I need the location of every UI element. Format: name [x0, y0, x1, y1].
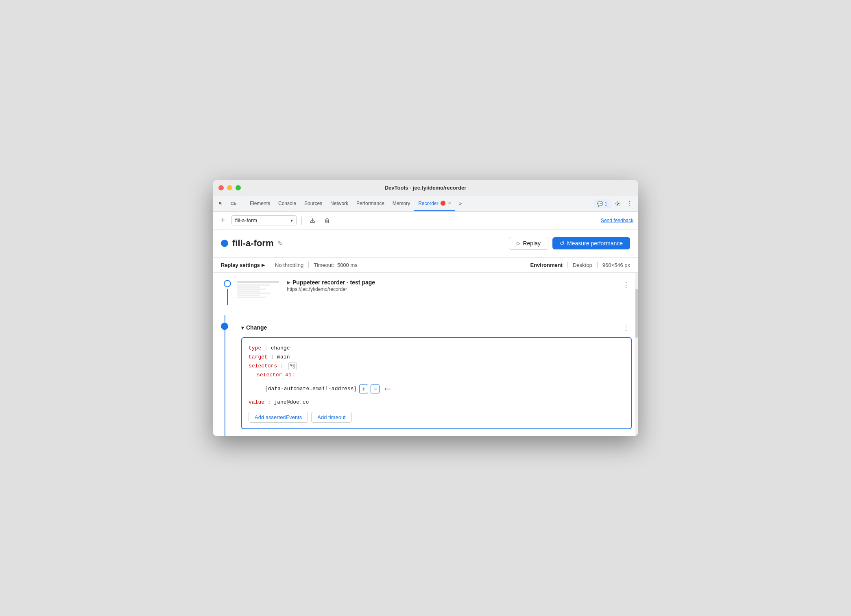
timeline-circle-2	[221, 323, 228, 330]
tab-tools	[216, 196, 239, 211]
step-2-content: ▾ Change ⋮ type : change target :	[241, 322, 632, 429]
delete-button[interactable]	[321, 215, 333, 226]
notification-button[interactable]: 💬 1	[594, 199, 611, 208]
env-section: Environment Desktop 960×546 px	[530, 262, 631, 268]
env-separator-2	[597, 262, 598, 268]
code-type-line: type : change	[249, 344, 624, 353]
step-1-url: https://jec.fyi/demo/recorder	[287, 286, 620, 292]
measure-icon: ↺	[560, 240, 565, 247]
scrollbar-thumb[interactable]	[635, 289, 638, 338]
svg-rect-1	[235, 203, 236, 205]
more-options-button[interactable]: ⋮	[624, 199, 635, 209]
env-resolution: 960×546 px	[602, 262, 630, 268]
export-button[interactable]	[307, 215, 318, 226]
add-timeout-button[interactable]: Add timeout	[311, 412, 351, 423]
devtools-window: DevTools - jec.fyi/demo/recorder Element…	[213, 180, 638, 436]
code-target-line: target : main	[249, 353, 624, 362]
tab-memory[interactable]: Memory	[388, 196, 414, 211]
recording-status-dot	[221, 240, 228, 247]
recording-header: fill-a-form ✎ ▷ Replay ↺ Measure perform…	[221, 237, 630, 250]
add-recording-button[interactable]: +	[218, 215, 228, 226]
add-asserted-events-button[interactable]: Add assertedEvents	[249, 412, 308, 423]
tabs-right-area: 💬 1 ⋮	[594, 196, 635, 211]
bottom-action-buttons: Add assertedEvents Add timeout	[249, 412, 624, 423]
notification-icon: 💬	[597, 201, 603, 207]
step-2-more-button[interactable]: ⋮	[620, 322, 632, 333]
close-recorder-tab[interactable]: ✕	[448, 201, 451, 205]
step-change: ▾ Change ⋮ type : change target :	[213, 315, 638, 436]
selector-chevron-icon: ▾	[290, 218, 293, 223]
tab-more[interactable]: »	[455, 196, 466, 211]
tab-sources[interactable]: Sources	[300, 196, 326, 211]
send-feedback-link[interactable]: Send feedback	[601, 218, 633, 223]
change-header: ▾ Change ⋮	[241, 322, 632, 333]
tab-elements[interactable]: Elements	[246, 196, 274, 211]
selector-inspect-button[interactable]	[288, 362, 297, 370]
devtools-tab-bar: Elements Console Sources Network Perform…	[213, 196, 638, 212]
replay-settings-toggle[interactable]: Replay settings ▶	[221, 262, 265, 268]
timeline-circle-1	[224, 280, 231, 287]
svg-rect-4	[293, 367, 295, 368]
settings-separator-1	[270, 262, 270, 268]
throttling-value: No throttling	[275, 262, 303, 268]
recording-header-area: fill-a-form ✎ ▷ Replay ↺ Measure perform…	[213, 229, 638, 258]
window-title: DevTools - jec.fyi/demo/recorder	[385, 185, 467, 191]
header-action-buttons: ▷ Replay ↺ Measure performance	[509, 237, 630, 250]
steps-area: ▶ Puppeteer recorder - test page https:/…	[213, 273, 638, 436]
inspect-element-button[interactable]	[216, 199, 227, 209]
play-icon: ▷	[517, 240, 520, 246]
tab-performance[interactable]: Performance	[352, 196, 388, 211]
settings-chevron-icon: ▶	[262, 263, 265, 267]
timeout-label: Timeout: 5000 ms	[314, 262, 358, 268]
settings-separator-2	[308, 262, 309, 268]
step-1-more-button[interactable]: ⋮	[620, 279, 632, 291]
timeline-line-2	[225, 315, 225, 436]
settings-button[interactable]	[612, 199, 623, 209]
step-1-thumbnail	[236, 279, 280, 308]
svg-rect-0	[231, 202, 234, 205]
titlebar: DevTools - jec.fyi/demo/recorder	[213, 180, 638, 196]
replay-button[interactable]: ▷ Replay	[509, 237, 548, 250]
timeline-col-1	[219, 279, 236, 287]
tab-recorder[interactable]: Recorder 🔴 ✕	[414, 196, 455, 211]
step-1-content: ▶ Puppeteer recorder - test page https:/…	[287, 279, 620, 292]
recording-name: fill-a-form	[232, 238, 273, 249]
step-1-title: ▶ Puppeteer recorder - test page	[287, 279, 620, 286]
change-code-box: type : change target : main selectors :	[241, 337, 632, 429]
device-toolbar-button[interactable]	[228, 199, 239, 209]
selector-add-button[interactable]: +	[359, 384, 368, 393]
code-value-line: value : jane@doe.co	[249, 398, 624, 407]
mini-page-preview	[236, 279, 280, 308]
env-title: Environment	[530, 262, 563, 268]
code-selectors-line: selectors :	[249, 362, 624, 371]
selector-remove-button[interactable]: −	[371, 384, 380, 393]
step-navigate: ▶ Puppeteer recorder - test page https:/…	[213, 273, 638, 315]
recording-title-row: fill-a-form ✎	[221, 238, 283, 249]
timeline-line-1	[227, 289, 228, 305]
code-selector-num-line: selector #1:	[257, 371, 624, 380]
red-arrow-icon: ←	[384, 380, 391, 398]
step-1-expand-icon[interactable]: ▶	[287, 280, 290, 285]
svg-point-2	[617, 203, 618, 205]
replay-settings-bar: Replay settings ▶ No throttling Timeout:…	[213, 258, 638, 273]
change-chevron-icon[interactable]: ▾	[241, 325, 244, 331]
env-device: Desktop	[573, 262, 592, 268]
minimize-button[interactable]	[227, 185, 232, 190]
scrollbar-track	[635, 273, 638, 436]
recorder-toolbar: + fill-a-form ▾ Send feedback	[213, 212, 638, 229]
tab-network[interactable]: Network	[326, 196, 352, 211]
traffic-lights	[218, 185, 241, 190]
tab-separator	[244, 196, 244, 204]
maximize-button[interactable]	[236, 185, 241, 190]
code-selector-val-line: [data-automate=email-address] + − ←	[265, 380, 624, 398]
measure-performance-button[interactable]: ↺ Measure performance	[552, 237, 630, 249]
settings-left: Replay settings ▶ No throttling Timeout:…	[221, 262, 358, 268]
edit-recording-icon[interactable]: ✎	[277, 240, 283, 247]
env-separator	[567, 262, 568, 268]
recording-selector[interactable]: fill-a-form ▾	[231, 215, 297, 225]
svg-rect-3	[293, 364, 295, 366]
change-title: ▾ Change	[241, 324, 267, 331]
tab-console[interactable]: Console	[274, 196, 300, 211]
close-button[interactable]	[218, 185, 224, 190]
toolbar-separator-1	[301, 216, 302, 225]
